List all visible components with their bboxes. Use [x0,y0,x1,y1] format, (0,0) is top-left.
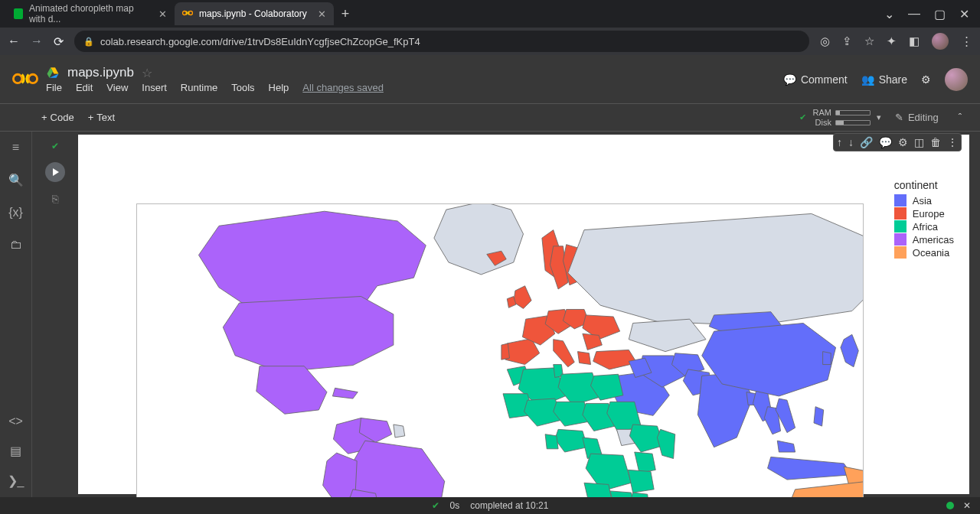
legend-label: Africa [913,221,938,233]
delete-cell-icon[interactable]: 🗑 [930,136,941,148]
bookmark-star-icon[interactable]: ☆ [864,34,874,48]
legend-item[interactable]: Oceania [894,246,954,259]
notebook-area: ✔ ⎘ ↑ ↓ 🔗 💬 ⚙ ◫ 🗑 ⋮ continent [32,132,980,497]
legend-swatch [894,220,906,233]
menu-edit[interactable]: Edit [76,82,93,93]
variables-icon[interactable]: {x} [8,206,23,220]
chevron-down-icon[interactable]: ▾ [877,112,881,122]
new-tab-button[interactable]: + [334,6,358,22]
link-icon[interactable]: 🔗 [860,136,873,148]
star-icon[interactable]: ☆ [142,66,152,80]
save-status[interactable]: All changes saved [302,82,384,93]
status-bar: ✔ 0s completed at 10:21 ✕ [0,497,980,514]
close-status-icon[interactable]: ✕ [963,500,971,511]
legend-item[interactable]: Asia [894,194,954,207]
cell-executed-check-icon: ✔ [51,141,59,151]
profile-avatar[interactable] [932,33,949,50]
close-icon[interactable]: ✕ [158,8,167,20]
share-page-icon[interactable]: ⇪ [842,34,852,48]
chart-legend: continent AsiaEuropeAfricaAmericasOceani… [894,179,954,259]
browser-tab-strip: Animated choropleth map with d... ✕ maps… [0,0,980,28]
run-cell-button[interactable] [45,162,65,182]
kebab-menu-icon[interactable]: ⋮ [961,34,972,48]
kernel-status-icon[interactable] [946,502,954,509]
menu-help[interactable]: Help [269,82,289,93]
close-window-icon[interactable]: ✕ [959,7,969,21]
legend-item[interactable]: Europe [894,207,954,220]
google-lens-icon[interactable]: ◎ [820,34,830,48]
legend-swatch [894,246,906,259]
url-input[interactable]: 🔒 colab.research.google.com/drive/1trvDs… [74,31,809,52]
drive-icon [46,66,60,80]
mirror-icon[interactable]: ◫ [914,136,924,148]
minimize-icon[interactable]: — [908,7,920,21]
url-text: colab.research.google.com/drive/1trvDs8E… [100,36,420,47]
svg-point-2 [13,74,21,83]
move-down-icon[interactable]: ↓ [848,136,854,148]
add-text-button[interactable]: + Text [88,112,115,123]
browser-tab[interactable]: Animated choropleth map with d... ✕ [6,2,175,25]
code-cell: ✔ ⎘ ↑ ↓ 🔗 💬 ⚙ ◫ 🗑 ⋮ continent [32,135,980,494]
status-time: 0s [450,500,460,511]
legend-item[interactable]: Americas [894,233,954,246]
svg-point-3 [28,74,37,83]
notebook-toolbar: + Code + Text ✔ RAM Disk ▾ ✎ Editing ˆ [0,104,980,132]
legend-item[interactable]: Africa [894,220,954,233]
share-button[interactable]: 👥 Share [861,73,907,86]
more-icon[interactable]: ⋮ [947,136,958,148]
code-snippets-icon[interactable]: <> [8,415,23,428]
menu-file[interactable]: File [46,82,62,93]
window-controls: ⌄ — ▢ ✕ [884,7,980,21]
browser-tab-active[interactable]: maps.ipynb - Colaboratory ✕ [175,2,334,25]
share-icon: 👥 [861,73,874,86]
menu-view[interactable]: View [106,82,128,93]
search-icon[interactable]: 🔍 [8,173,24,187]
tab-title: maps.ipynb - Colaboratory [199,8,307,19]
toc-icon[interactable]: ≡ [12,141,19,155]
legend-title: continent [894,179,954,191]
ram-label: RAM [812,108,831,117]
comment-icon: 💬 [783,73,796,86]
colab-header: maps.ipynb ☆ File Edit View Insert Runti… [0,55,980,104]
disk-meter [835,120,871,125]
left-sidebar: ≡ 🔍 {x} 🗀 <> ▤ ❯_ [0,132,32,497]
play-icon [53,168,59,176]
close-icon[interactable]: ✕ [318,8,326,20]
editing-mode-button[interactable]: ✎ Editing [895,112,939,123]
colab-logo-icon[interactable] [12,71,38,88]
cell-settings-icon[interactable]: ⚙ [898,136,908,148]
add-code-button[interactable]: + Code [41,112,74,123]
legend-label: Asia [913,195,932,207]
menu-tools[interactable]: Tools [231,82,254,93]
settings-button[interactable]: ⚙ [921,73,931,86]
notebook-name[interactable]: maps.ipynb [67,65,134,80]
resources-indicator[interactable]: ✔ RAM Disk ▾ [799,108,880,127]
comment-button[interactable]: 💬 Comment [783,73,848,86]
legend-label: Europe [913,208,945,220]
ram-meter [835,110,871,115]
back-button[interactable]: ← [8,34,20,48]
menu-insert[interactable]: Insert [142,82,167,93]
account-avatar[interactable] [945,68,968,91]
extensions-icon[interactable]: ✦ [887,34,897,48]
choropleth-map[interactable] [136,203,864,497]
side-panel-icon[interactable]: ◧ [909,34,920,48]
gear-icon: ⚙ [921,73,931,86]
comment-cell-icon[interactable]: 💬 [879,136,892,148]
reload-button[interactable]: ⟳ [54,34,64,49]
cell-toolbar: ↑ ↓ 🔗 💬 ⚙ ◫ 🗑 ⋮ [833,133,962,151]
terminal-icon[interactable]: ❯_ [8,473,24,488]
legend-swatch [894,207,906,220]
lock-icon: 🔒 [83,37,94,47]
collapse-button[interactable]: ˆ [952,109,968,126]
chevron-down-icon[interactable]: ⌄ [884,7,894,21]
clear-output-icon[interactable]: ⎘ [52,193,58,205]
move-up-icon[interactable]: ↑ [837,136,842,148]
colab-favicon-icon [182,8,193,19]
files-icon[interactable]: 🗀 [10,238,22,252]
forward-button[interactable]: → [31,34,43,48]
command-palette-icon[interactable]: ▤ [10,444,21,458]
menu-runtime[interactable]: Runtime [181,82,217,93]
legend-swatch [894,233,906,246]
maximize-icon[interactable]: ▢ [934,7,946,21]
